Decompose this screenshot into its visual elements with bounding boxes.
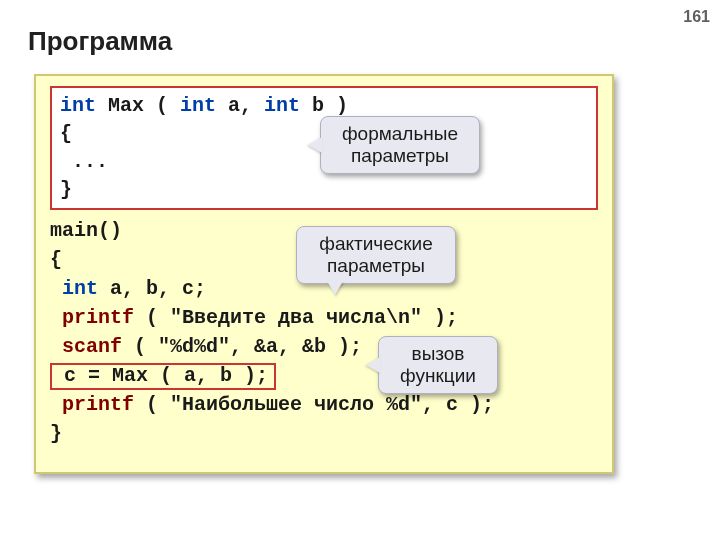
callout-function-call: вызов функции: [378, 336, 498, 394]
code-line: }: [60, 176, 588, 204]
callout-formal-params: формальные параметры: [320, 116, 480, 174]
page-number: 161: [683, 8, 710, 26]
kw-scanf: scanf: [50, 335, 122, 358]
code-line: }: [50, 419, 598, 448]
callout-tail-icon: [327, 281, 343, 295]
callout-tail-icon: [366, 357, 380, 373]
function-call-box: c = Max ( a, b );: [50, 363, 276, 390]
code-line: printf ( "Наибольшее число %d", c );: [50, 390, 598, 419]
callout-actual-params: фактические параметры: [296, 226, 456, 284]
kw-int: int: [50, 277, 98, 300]
code-line: printf ( "Введите два числа\n" );: [50, 303, 598, 332]
code-line: scanf ( "%d%d", &a, &b );: [50, 332, 598, 361]
code-line-call-wrapper: c = Max ( a, b );: [50, 361, 598, 390]
callout-tail-icon: [308, 137, 322, 153]
kw-int: int: [264, 94, 300, 117]
kw-int: int: [180, 94, 216, 117]
kw-printf: printf: [50, 393, 134, 416]
page-title: Программа: [28, 26, 172, 57]
kw-int: int: [60, 94, 96, 117]
kw-printf: printf: [50, 306, 134, 329]
